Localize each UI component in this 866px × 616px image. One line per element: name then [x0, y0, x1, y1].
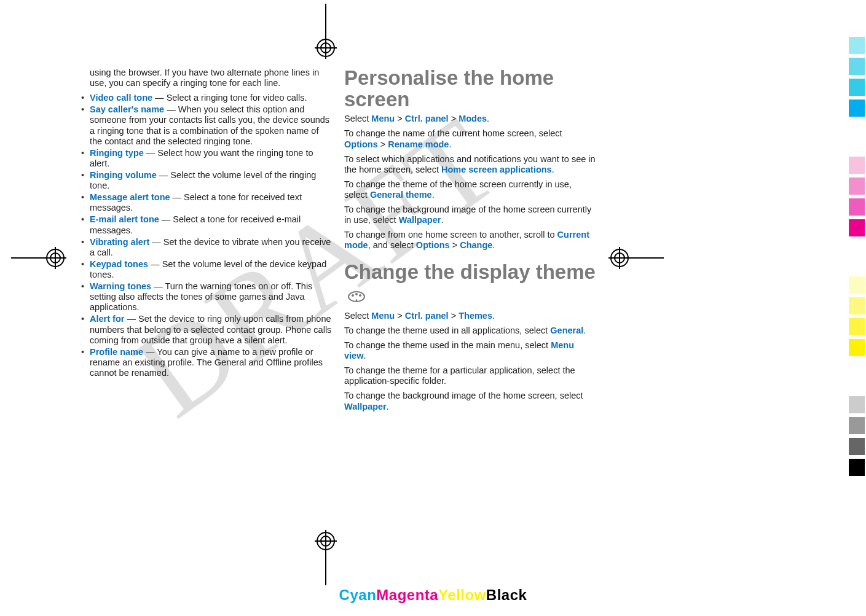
setting-item: Ringing type — Select how you want the r… — [80, 148, 332, 169]
setting-item: Vibrating alert — Set the device to vibr… — [80, 237, 332, 258]
settings-list: Video call tone — Select a ringing tone … — [80, 93, 332, 378]
para-home-apps: To select which applications and notific… — [344, 154, 596, 175]
heading-change-theme: Change the display theme — [344, 262, 596, 306]
setting-item: Video call tone — Select a ringing tone … — [80, 93, 332, 103]
color-swatch — [849, 198, 865, 216]
color-swatch — [849, 438, 865, 455]
setting-term: Keypad tones — [90, 259, 148, 269]
setting-item: Profile name — You can give a name to a … — [80, 347, 332, 378]
setting-term: E-mail alert tone — [90, 214, 159, 224]
setting-term: Ringing volume — [90, 170, 157, 180]
color-swatch — [849, 318, 865, 335]
color-calibration-bar — [849, 37, 866, 579]
setting-term: Say caller's name — [90, 104, 164, 114]
para-select-modes: Select Menu > Ctrl. panel > Modes. — [344, 114, 596, 124]
setting-item: Say caller's name — When you select this… — [80, 104, 332, 146]
color-swatch — [849, 396, 865, 413]
left-column: using the browser. If you have two alter… — [80, 68, 332, 416]
setting-item: Keypad tones — Set the volume level of t… — [80, 259, 332, 280]
right-column: Personalise the home screen Select Menu … — [344, 68, 596, 416]
color-swatch — [849, 459, 865, 476]
para-wallpaper: To change the background image of the ho… — [344, 205, 596, 225]
color-swatch — [849, 297, 865, 314]
color-swatch — [849, 99, 865, 117]
color-swatch — [849, 339, 865, 356]
para-rename-mode: To change the name of the current home s… — [344, 128, 596, 149]
setting-item: E-mail alert tone — Select a tone for re… — [80, 214, 332, 235]
color-swatch — [849, 58, 865, 75]
para-change-home: To change from one home screen to anothe… — [344, 230, 596, 251]
color-swatch — [849, 417, 865, 434]
svg-point-23 — [359, 294, 361, 297]
setting-item: Ringing volume — Select the volume level… — [80, 170, 332, 191]
svg-point-21 — [352, 294, 354, 297]
setting-term: Alert for — [90, 314, 124, 324]
color-swatch — [849, 219, 865, 236]
setting-term: Video call tone — [90, 93, 152, 103]
setting-desc: — Select a ringing tone for video calls. — [152, 93, 307, 103]
setting-term: Ringing type — [90, 148, 144, 158]
registration-mark-bottom — [307, 530, 344, 585]
para-wallpaper-2: To change the background image of the ho… — [344, 391, 596, 411]
para-app-folder: To change the theme for a particular app… — [344, 365, 596, 386]
para-select-themes: Select Menu > Ctrl. panel > Themes. — [344, 311, 596, 321]
setting-desc: — Set the device to ring only upon calls… — [90, 314, 331, 345]
color-swatch — [849, 79, 865, 96]
setting-item: Message alert tone — Select a tone for r… — [80, 192, 332, 213]
registration-mark-top — [307, 4, 344, 59]
para-menuview: To change the theme used in the main men… — [344, 340, 596, 361]
setting-item: Warning tones — Turn the warning tones o… — [80, 281, 332, 313]
setting-term: Warning tones — [90, 281, 151, 291]
cmyk-label: CyanMagentaYellowBlack — [339, 587, 527, 604]
registration-mark-left — [11, 240, 66, 276]
theme-icon — [347, 286, 366, 307]
setting-term: Profile name — [90, 347, 143, 357]
registration-mark-right — [608, 240, 664, 276]
color-swatch — [849, 37, 865, 54]
setting-term: Message alert tone — [90, 192, 170, 202]
setting-item: Alert for — Set the device to ring only … — [80, 314, 332, 345]
color-swatch — [849, 177, 865, 195]
para-theme-general: To change the theme used in all applicat… — [344, 326, 596, 336]
color-swatch — [849, 276, 865, 294]
svg-point-22 — [355, 293, 358, 295]
page-content: using the browser. If you have two alter… — [80, 68, 596, 416]
heading-personalise: Personalise the home screen — [344, 68, 596, 110]
setting-term: Vibrating alert — [90, 237, 149, 247]
color-swatch — [849, 157, 865, 174]
para-general-theme: To change the theme of the home screen c… — [344, 179, 596, 200]
intro-text: using the browser. If you have two alter… — [80, 68, 332, 88]
